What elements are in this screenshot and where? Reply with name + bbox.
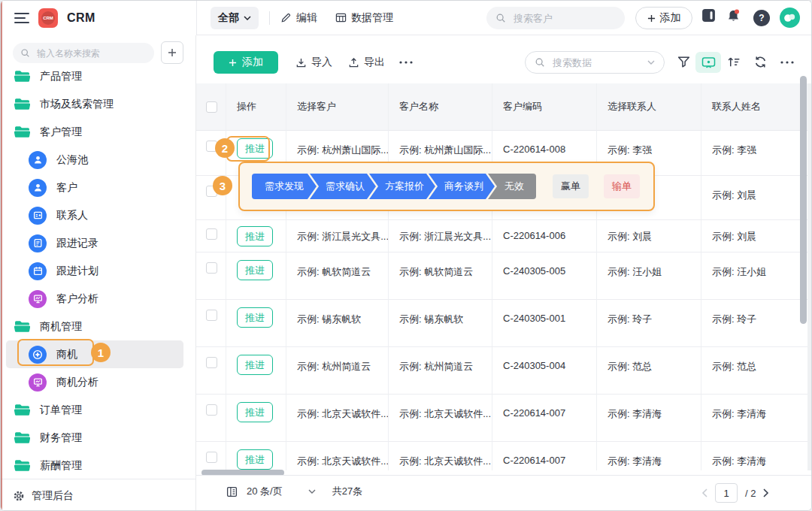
- calendar-icon: [29, 262, 47, 280]
- export-button[interactable]: 导出: [348, 56, 385, 69]
- stage-option[interactable]: 商务谈判: [429, 174, 495, 199]
- cell-contact-name: 示例: 李清海: [701, 395, 812, 442]
- stage-option[interactable]: 方案报价: [369, 174, 435, 199]
- sort-level-icon[interactable]: [727, 56, 741, 68]
- cell-select-customer: 示例: 北京天诚软件...: [286, 442, 389, 470]
- top-bar: crm CRM 全部 编辑 数据管理 添加: [1, 1, 812, 35]
- lose-deal-button[interactable]: 输单: [604, 174, 640, 198]
- divider: [269, 11, 270, 25]
- brand-area: crm CRM: [1, 1, 196, 35]
- window-left-edge: [1, 1, 2, 511]
- stage-option[interactable]: 需求发现: [252, 174, 317, 199]
- plus-icon: [168, 48, 177, 57]
- folder-icon: [14, 70, 30, 83]
- data-search-box[interactable]: [525, 51, 665, 74]
- data-manage-label: 数据管理: [351, 11, 393, 25]
- crm-logo-text: crm: [41, 11, 55, 25]
- sidebar-item-customer-manage[interactable]: 客户管理: [1, 118, 195, 146]
- sidebar-item-customers[interactable]: 客户: [1, 174, 195, 201]
- push-stage-button[interactable]: 推进: [237, 260, 273, 280]
- page-number-input[interactable]: [715, 483, 738, 503]
- notification-bell-icon[interactable]: [726, 8, 741, 23]
- sidebar-item-label: 市场及线索管理: [40, 98, 114, 111]
- sidebar-item-opportunity-analysis[interactable]: 商机分析: [1, 368, 195, 396]
- cell-select-contact: 示例: 汪小姐: [597, 252, 701, 300]
- win-deal-button[interactable]: 赢单: [553, 174, 589, 198]
- sidebar-item-product-manage[interactable]: 产品管理: [1, 62, 195, 90]
- customer-search-box[interactable]: [486, 7, 625, 29]
- import-button[interactable]: 导入: [295, 56, 332, 69]
- sidebar-item-salary-manage[interactable]: 薪酬管理: [1, 452, 195, 479]
- sidebar-item-market-leads[interactable]: 市场及线索管理: [1, 90, 195, 118]
- customer-search-input[interactable]: [512, 12, 602, 25]
- sidebar-search-box[interactable]: [13, 43, 154, 63]
- row-checkbox[interactable]: [206, 404, 217, 416]
- cell-customer-code: C-240305-004: [492, 347, 597, 395]
- row-checkbox[interactable]: [206, 357, 217, 368]
- sidebar-item-customer-analysis[interactable]: 客户分析: [1, 285, 195, 313]
- folder-open-icon: [14, 320, 30, 333]
- sidebar-item-label: 跟进计划: [56, 265, 98, 278]
- top-bar-main: 全部 编辑 数据管理 添加: [196, 1, 812, 35]
- admin-console-button[interactable]: 管理后台: [1, 479, 195, 511]
- user-avatar[interactable]: [780, 8, 800, 28]
- add-record-button[interactable]: 添加: [214, 51, 278, 74]
- push-stage-button[interactable]: 推进: [237, 449, 273, 470]
- edit-button[interactable]: 编辑: [280, 11, 317, 25]
- sidebar-item-followup-records[interactable]: 跟进记录: [1, 229, 195, 257]
- sidebar-item-finance-manage[interactable]: 财务管理: [1, 424, 195, 452]
- plus-icon: [229, 59, 237, 67]
- sidebar-item-public-pool[interactable]: 公海池: [1, 146, 195, 174]
- toolbar-more2-icon[interactable]: [780, 61, 794, 64]
- select-all-checkbox[interactable]: [206, 101, 217, 113]
- prev-page-icon[interactable]: [701, 488, 707, 497]
- data-search-input[interactable]: [551, 56, 641, 69]
- topbar-add-button[interactable]: 添加: [635, 7, 692, 29]
- push-stage-button[interactable]: 推进: [237, 307, 273, 328]
- scope-dropdown[interactable]: 全部: [211, 7, 259, 29]
- hamburger-menu-icon[interactable]: [14, 12, 29, 24]
- push-stage-button[interactable]: 推进: [237, 402, 273, 422]
- cell-select-contact: 示例: 李清海: [597, 395, 701, 442]
- filter-icon[interactable]: [677, 55, 691, 69]
- refresh-icon[interactable]: [753, 55, 768, 69]
- crm-app-window: crm CRM 全部 编辑 数据管理 添加: [0, 0, 812, 511]
- stage-option-invalid[interactable]: 无效: [488, 174, 536, 199]
- page-size-control[interactable]: 20 条/页 共27条: [226, 485, 362, 498]
- push-stage-button[interactable]: 推进: [237, 226, 273, 246]
- push-stage-button[interactable]: 推进: [237, 355, 273, 375]
- sidebar-search-input[interactable]: [35, 47, 133, 59]
- sidebar-item-order-manage[interactable]: 订单管理: [1, 396, 195, 424]
- stage-option[interactable]: 需求确认: [310, 174, 376, 199]
- header-checkbox-cell: [196, 83, 226, 131]
- import-icon: [295, 57, 307, 68]
- edit-label: 编辑: [296, 11, 317, 25]
- sidebar-item-opportunity-manage[interactable]: 商机管理: [1, 313, 195, 340]
- panel-toggle-icon[interactable]: [701, 8, 717, 23]
- sidebar-item-label: 客户管理: [40, 125, 82, 139]
- cell-contact-name: 示例: 李强: [701, 131, 812, 176]
- table-row: 推进 示例: 锡东帆软 示例: 锡东帆软 C-240305-001 示例: 玲子…: [196, 300, 812, 347]
- help-icon[interactable]: ?: [753, 10, 770, 26]
- sidebar-add-button[interactable]: [161, 41, 183, 64]
- export-label: 导出: [364, 56, 385, 69]
- data-manage-button[interactable]: 数据管理: [335, 11, 393, 25]
- table-row: 推进 示例: 杭州简道云 示例: 杭州简道云 C-240305-004 示例: …: [196, 347, 812, 395]
- column-header-customer-name: 客户名称: [389, 83, 492, 131]
- opportunity-target-icon: [29, 346, 47, 364]
- sidebar-item-label: 薪酬管理: [40, 459, 82, 473]
- annotation-badge-2: 2: [215, 138, 235, 158]
- topbar-add-label: 添加: [660, 11, 681, 25]
- toolbar-more-icon[interactable]: [399, 61, 413, 64]
- next-page-icon[interactable]: [763, 488, 769, 497]
- row-checkbox[interactable]: [206, 262, 217, 274]
- sidebar-item-followup-plans[interactable]: 跟进计划: [1, 257, 195, 285]
- row-checkbox[interactable]: [206, 228, 217, 240]
- folder-icon: [14, 98, 30, 110]
- vertical-scrollbar[interactable]: [800, 76, 807, 324]
- push-stage-button[interactable]: 推进: [237, 138, 273, 159]
- field-display-button[interactable]: [695, 52, 721, 73]
- row-checkbox[interactable]: [206, 452, 217, 463]
- sidebar-item-contacts[interactable]: 联系人: [1, 201, 195, 229]
- row-checkbox[interactable]: [206, 310, 217, 321]
